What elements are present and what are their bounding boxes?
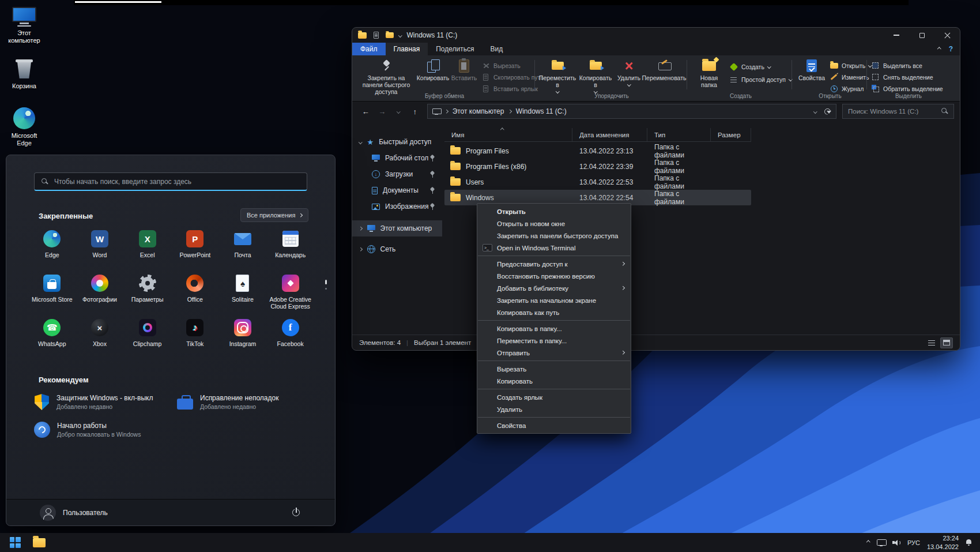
app-tile-store[interactable]: Microsoft Store [28, 271, 76, 314]
ribbon-copy-to[interactable]: Копировать в [578, 58, 613, 93]
app-tile-whatsapp[interactable]: WhatsApp [28, 316, 76, 359]
notifications-icon[interactable] [966, 539, 972, 546]
context-copy-to-folder[interactable]: Копировать в папку... [477, 322, 631, 335]
volume-icon[interactable] [892, 539, 900, 546]
ribbon-edit[interactable]: Изменить [830, 72, 869, 82]
clock[interactable]: 23:24 13.04.2022 [927, 534, 959, 551]
nav-this-pc[interactable]: Этот компьютер [352, 220, 442, 236]
context-pin-quick-access[interactable]: Закрепить на панели быстрого доступа [477, 230, 631, 242]
address-dropdown-icon[interactable] [814, 110, 817, 113]
context-open-windows-terminal[interactable]: Open in Windows Terminal [477, 242, 631, 254]
breadcrumb-this-pc[interactable]: Этот компьютер [453, 107, 504, 115]
refresh-icon[interactable] [824, 108, 831, 115]
context-properties[interactable]: Свойства [477, 419, 631, 431]
tab-view[interactable]: Вид [482, 43, 511, 55]
tab-file[interactable]: Файл [352, 43, 386, 55]
column-modified[interactable]: Дата изменения [572, 128, 647, 141]
nav-desktop[interactable]: Рабочий стол [352, 150, 442, 166]
desktop-icon-edge[interactable]: Microsoft Edge [0, 107, 48, 147]
app-tile-settings[interactable]: Параметры [123, 271, 171, 314]
qat-chevron-down-icon[interactable] [398, 33, 402, 37]
help-icon[interactable]: ? [949, 45, 953, 53]
user-button[interactable]: Пользователь [40, 505, 108, 521]
file-row-program-files[interactable]: Program Files 13.04.2022 23:13 Папка с ф… [444, 143, 751, 159]
context-pin-to-start[interactable]: Закрепить на начальном экране [477, 294, 631, 306]
context-include-in-library[interactable]: Добавить в библиотеку [477, 282, 631, 294]
context-cut[interactable]: Вырезать [477, 363, 631, 375]
breadcrumb-current[interactable]: Windows 11 (C:) [516, 107, 567, 115]
app-tile-calendar[interactable]: Календарь [266, 227, 314, 270]
context-create-shortcut[interactable]: Создать ярлык [477, 391, 631, 403]
ribbon-paste[interactable]: Вставить [450, 58, 478, 81]
details-view-button[interactable] [940, 337, 953, 348]
context-open[interactable]: Открыть [477, 205, 631, 217]
context-give-access[interactable]: Предоставить доступ к [477, 258, 631, 270]
nav-downloads[interactable]: Загрузки [352, 166, 442, 182]
tab-share[interactable]: Поделиться [428, 43, 482, 55]
desktop-icon-this-pc[interactable]: Этот компьютер [0, 7, 48, 44]
explorer-search-input[interactable] [848, 108, 937, 115]
ribbon-delete[interactable]: Удалить [615, 58, 643, 86]
column-name[interactable]: Имя [444, 128, 572, 141]
nav-documents[interactable]: Документы [352, 182, 442, 198]
network-icon[interactable] [877, 539, 885, 546]
app-tile-facebook[interactable]: Facebook [266, 316, 314, 359]
ribbon-open[interactable]: Открыть [830, 60, 872, 71]
taskbar-file-explorer[interactable] [28, 534, 51, 551]
ribbon-move-to[interactable]: Переместить в [539, 58, 576, 93]
language-indicator[interactable]: РУС [907, 539, 920, 546]
list-view-button[interactable] [925, 337, 938, 348]
context-open-new-window[interactable]: Открыть в новом окне [477, 217, 631, 230]
desktop-icon-recycle-bin[interactable]: Корзина [0, 58, 48, 90]
app-tile-adobe-express[interactable]: Adobe Creative Cloud Express [266, 271, 314, 314]
pinned-pagination-dots[interactable] [325, 280, 327, 290]
file-row-program-files-x86[interactable]: Program Files (x86) 12.04.2022 23:39 Пап… [444, 159, 751, 174]
file-row-users[interactable]: Users 13.04.2022 22:53 Папка с файлами [444, 174, 751, 190]
app-tile-xbox[interactable]: Xbox [76, 316, 124, 359]
qat-new-folder-icon[interactable] [386, 32, 394, 38]
forward-button[interactable]: → [375, 104, 390, 119]
tray-overflow-chevron-icon[interactable] [866, 540, 870, 544]
app-tile-edge[interactable]: Edge [28, 227, 76, 270]
ribbon-cut[interactable]: Вырезать [481, 60, 521, 71]
context-send-to[interactable]: Отправить [477, 347, 631, 359]
close-button[interactable] [934, 28, 960, 43]
power-button[interactable] [291, 507, 301, 518]
context-move-to-folder[interactable]: Переместить в папку... [477, 335, 631, 347]
explorer-search-box[interactable] [842, 104, 954, 119]
app-tile-word[interactable]: Word [76, 227, 124, 270]
back-button[interactable]: ← [358, 104, 374, 119]
app-tile-excel[interactable]: Excel [123, 227, 171, 270]
recent-locations-button[interactable] [391, 104, 406, 119]
app-tile-powerpoint[interactable]: PowerPoint [171, 227, 219, 270]
collapse-ribbon-icon[interactable] [937, 47, 941, 51]
nav-pictures[interactable]: Изображения [352, 198, 442, 215]
nav-quick-access[interactable]: Быстрый доступ [352, 134, 442, 150]
tab-home[interactable]: Главная [386, 43, 428, 55]
context-delete[interactable]: Удалить [477, 403, 631, 415]
recommended-item-defender[interactable]: Защитник Windows - вкл-выклДобавлено нед… [34, 389, 171, 415]
ribbon-select-none[interactable]: Снять выделение [871, 72, 933, 82]
start-search-input[interactable] [54, 178, 300, 186]
ribbon-properties[interactable]: Свойства [796, 58, 827, 81]
start-search-box[interactable] [34, 172, 307, 191]
app-tile-photos[interactable]: Фотографии [76, 271, 124, 314]
app-tile-tiktok[interactable]: TikTok [171, 316, 219, 359]
app-tile-office[interactable]: Office [171, 271, 219, 314]
context-copy-as-path[interactable]: Копировать как путь [477, 306, 631, 318]
start-button[interactable] [3, 534, 27, 551]
context-restore-previous[interactable]: Восстановить прежнюю версию [477, 270, 631, 282]
recommended-item-get-started[interactable]: Начало работыДобро пожаловать в Windows [34, 417, 171, 442]
column-size[interactable]: Размер [711, 128, 751, 141]
all-apps-button[interactable]: Все приложения [240, 208, 308, 222]
app-tile-clipchamp[interactable]: Clipchamp [123, 316, 171, 359]
up-button[interactable]: ↑ [408, 104, 423, 119]
ribbon-new-item[interactable]: Создать [729, 61, 770, 72]
ribbon-easy-access[interactable]: Простой доступ [729, 74, 791, 85]
minimize-button[interactable] [884, 28, 909, 43]
ribbon-new-folder[interactable]: Новая папка [692, 58, 726, 88]
qat-properties-icon[interactable] [372, 31, 380, 40]
ribbon-select-all[interactable]: Выделить все [871, 60, 922, 71]
nav-network[interactable]: Сеть [352, 241, 442, 257]
context-copy[interactable]: Копировать [477, 375, 631, 387]
